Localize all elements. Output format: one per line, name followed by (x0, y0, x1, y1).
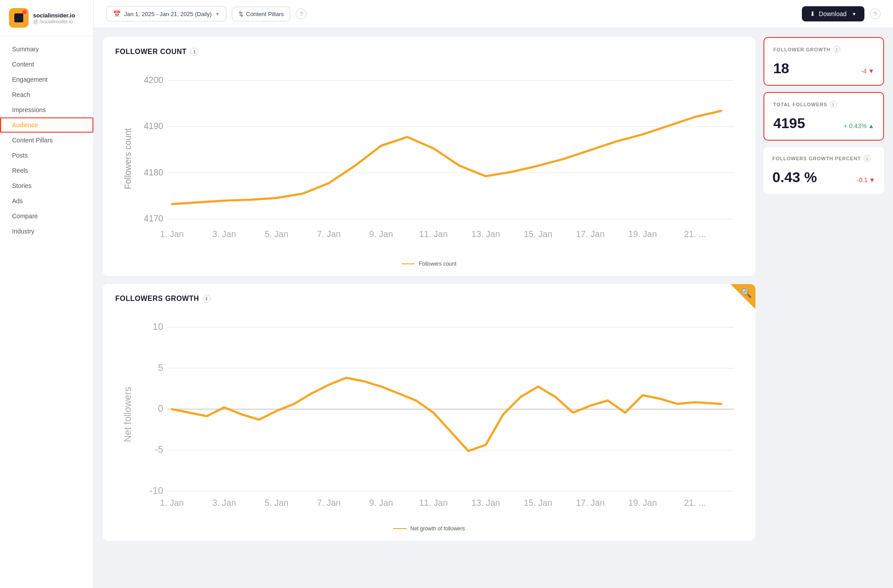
sidebar-item-content[interactable]: Content (0, 57, 93, 72)
info-icon[interactable]: ℹ (203, 295, 211, 303)
svg-text:4180: 4180 (144, 167, 164, 177)
svg-text:5. Jan: 5. Jan (264, 229, 288, 239)
charts-column: FOLLOWER COUNT ℹ Followers count 4200 (103, 37, 755, 541)
svg-text:1. Jan: 1. Jan (160, 498, 184, 508)
chevron-down-icon: ▼ (852, 12, 856, 17)
svg-text:21. ...: 21. ... (684, 229, 706, 239)
chevron-down-icon: ▼ (215, 12, 220, 17)
followers-growth-card: 🔍 FOLLOWERS GROWTH ℹ Net followers (103, 284, 755, 540)
info-icon[interactable]: ℹ (833, 46, 840, 53)
help-icon[interactable]: ? (296, 8, 306, 19)
info-icon[interactable]: ℹ (190, 48, 198, 56)
svg-text:3. Jan: 3. Jan (212, 498, 236, 508)
content-pillars-button[interactable]: ⇅ Content Pillars (232, 7, 291, 21)
date-range-picker[interactable]: 📅 Jan 1, 2025 - Jan 21, 2025 (Daily) ▼ (106, 6, 226, 21)
split-icon: ⇅ (239, 11, 243, 17)
svg-text:15. Jan: 15. Jan (524, 229, 552, 239)
total-followers-change: + 0.43% ▲ (843, 122, 874, 129)
sidebar-item-stories[interactable]: Stories (0, 178, 93, 193)
followers-growth-title: FOLLOWERS GROWTH ℹ (115, 295, 743, 303)
svg-text:4190: 4190 (144, 121, 164, 131)
svg-text:3. Jan: 3. Jan (212, 229, 236, 239)
sidebar-item-posts[interactable]: Posts (0, 148, 93, 163)
legend-line (393, 528, 407, 529)
header-help-icon[interactable]: ? (870, 8, 880, 19)
sidebar-item-industry[interactable]: Industry (0, 224, 93, 239)
total-followers-label: TOTAL FOLLOWERS ℹ (773, 101, 874, 108)
svg-text:Net followers: Net followers (122, 387, 133, 442)
svg-text:-10: -10 (149, 485, 163, 496)
header: 📅 Jan 1, 2025 - Jan 21, 2025 (Daily) ▼ ⇅… (94, 0, 893, 28)
svg-text:7. Jan: 7. Jan (317, 229, 341, 239)
svg-text:-5: -5 (155, 444, 163, 455)
download-button[interactable]: ⬇ Download ▼ (802, 6, 864, 21)
svg-text:15. Jan: 15. Jan (524, 498, 552, 508)
download-label: Download (819, 10, 847, 17)
app-handle: @ /socialinsider.io (33, 19, 75, 24)
app-name: socialinsider.io (33, 12, 75, 19)
total-followers-value: 4195 (773, 115, 805, 132)
svg-text:4170: 4170 (144, 213, 164, 223)
sidebar-item-reach[interactable]: Reach (0, 87, 93, 102)
follower-count-legend: Followers count (115, 261, 743, 267)
svg-text:13. Jan: 13. Jan (471, 498, 500, 508)
sidebar-item-reels[interactable]: Reels (0, 163, 93, 178)
legend-line (402, 263, 415, 264)
sidebar-item-impressions[interactable]: Impressions (0, 102, 93, 117)
svg-text:19. Jan: 19. Jan (629, 498, 657, 508)
svg-text:0: 0 (158, 404, 163, 414)
followers-growth-svg: Net followers 10 5 0 -5 -10 (115, 310, 743, 519)
followers-growth-percent-label: FOLLOWERS GROWTH PERCENT ℹ (772, 155, 875, 162)
follower-count-card: FOLLOWER COUNT ℹ Followers count 4200 (103, 37, 755, 276)
sidebar-item-ads[interactable]: Ads (0, 193, 93, 209)
arrow-up-icon: ▲ (868, 122, 874, 129)
follower-growth-label: FOLLOWER GROWTH ℹ (773, 46, 874, 53)
svg-text:Followers count: Followers count (123, 128, 133, 189)
sidebar-item-compare[interactable]: Compare (0, 209, 93, 224)
date-range-label: Jan 1, 2025 - Jan 21, 2025 (Daily) (124, 11, 212, 17)
content-pillars-label: Content Pillars (246, 11, 284, 17)
svg-text:9. Jan: 9. Jan (369, 229, 393, 239)
info-icon[interactable]: ℹ (864, 155, 871, 162)
sidebar-item-engagement[interactable]: Engagement (0, 72, 93, 87)
follower-growth-change: -4 ▼ (861, 67, 874, 75)
logo-area: socialinsider.io @ /socialinsider.io (0, 0, 93, 36)
calendar-icon: 📅 (113, 10, 121, 17)
svg-text:5. Jan: 5. Jan (264, 498, 288, 508)
followers-growth-percent-value-row: 0.43 % -0.1 ▼ (772, 169, 875, 186)
svg-text:21. ...: 21. ... (684, 498, 706, 508)
logo-icon (9, 8, 29, 28)
followers-growth-legend: Net growth of followers (115, 525, 743, 532)
info-icon[interactable]: ℹ (830, 101, 837, 108)
sidebar-item-audience[interactable]: Audience (0, 117, 93, 133)
follower-count-title: FOLLOWER COUNT ℹ (115, 48, 743, 56)
metrics-column: FOLLOWER GROWTH ℹ 18 -4 ▼ TOTAL FOLLOWER… (763, 37, 884, 194)
svg-text:11. Jan: 11. Jan (419, 498, 448, 508)
content-area: FOLLOWER COUNT ℹ Followers count 4200 (94, 28, 893, 588)
download-icon: ⬇ (810, 10, 815, 17)
svg-text:17. Jan: 17. Jan (576, 498, 605, 508)
svg-text:1. Jan: 1. Jan (160, 229, 184, 239)
total-followers-card: TOTAL FOLLOWERS ℹ 4195 + 0.43% ▲ (763, 92, 884, 141)
sidebar-nav: Summary Content Engagement Reach Impress… (0, 36, 93, 588)
sidebar: socialinsider.io @ /socialinsider.io Sum… (0, 0, 94, 588)
svg-text:19. Jan: 19. Jan (629, 229, 657, 239)
sidebar-item-content-pillars[interactable]: Content Pillars (0, 133, 93, 148)
follower-growth-card: FOLLOWER GROWTH ℹ 18 -4 ▼ (763, 37, 884, 86)
followers-growth-percent-value: 0.43 % (772, 169, 817, 186)
followers-growth-chart: Net followers 10 5 0 -5 -10 (115, 310, 743, 521)
total-followers-value-row: 4195 + 0.43% ▲ (773, 115, 874, 132)
svg-text:13. Jan: 13. Jan (471, 229, 500, 239)
svg-text:9. Jan: 9. Jan (369, 498, 393, 508)
arrow-down-icon: ▼ (869, 176, 875, 183)
svg-text:10: 10 (152, 321, 163, 332)
follower-count-svg: Followers count 4200 4190 4180 4170 1. J… (115, 63, 743, 254)
followers-growth-percent-card: FOLLOWERS GROWTH PERCENT ℹ 0.43 % -0.1 ▼ (763, 147, 884, 194)
svg-text:5: 5 (158, 363, 163, 373)
main-content: 📅 Jan 1, 2025 - Jan 21, 2025 (Daily) ▼ ⇅… (94, 0, 893, 588)
sidebar-item-summary[interactable]: Summary (0, 42, 93, 57)
followers-growth-percent-change: -0.1 ▼ (857, 176, 875, 183)
arrow-down-icon: ▼ (868, 67, 874, 75)
logo-text: socialinsider.io @ /socialinsider.io (33, 12, 75, 24)
svg-text:4200: 4200 (144, 75, 164, 85)
